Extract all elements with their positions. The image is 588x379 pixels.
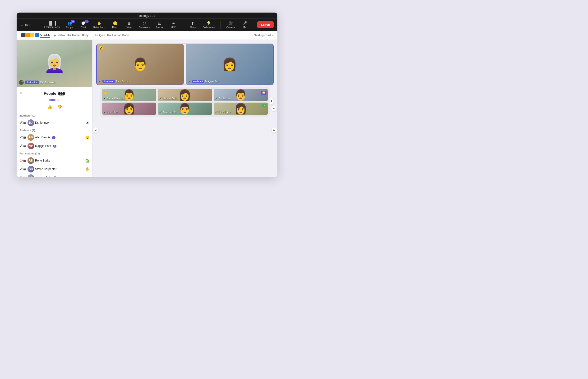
p-cam-icon: 📷 [23,121,27,124]
instructor-mic-icon: 🎤 [19,80,24,85]
tab-quiz[interactable]: ☑ Quiz: The Human Body [93,32,131,38]
p-message-badge: 2 [53,145,56,148]
participants-section-label: Participants (23) [19,152,89,155]
logo-squares-icon: ⬛🟧🟨🟦 [20,33,39,37]
p-cam-icon: 📷 [23,136,27,139]
stevie-label: 🎤 Stevie Carpenter [103,97,125,100]
nav-react[interactable]: 😊 React [109,20,121,30]
tab-video[interactable]: ▶ Video: The Human Body [52,32,91,38]
tim-rewind-badge: ⏪ [261,90,267,95]
p-mic-off-icon: 🚫 [19,159,23,162]
list-item: 🚫 📷 AS Antonio Soto 2 ••• [19,174,89,177]
stevie-name: Stevie Carpenter [107,97,125,100]
tab-quiz-label: Quiz: The Human Body [99,34,129,37]
vc-mic-icon: 🎤 [159,97,162,99]
main-content: 👩‍🦳 🎤 Instructor Dr. Johnson ✕ People 26… [17,40,277,177]
stevie-emoji: 🖐️ [103,90,108,95]
right-panel: ⬆⬇ 👨 😮 🎤 Assistant Alex Dennis [92,40,277,177]
raise-hand-label: Raise hand [93,26,105,29]
nav-more[interactable]: ••• More [168,20,180,29]
people-label: People [66,26,73,29]
nav-share[interactable]: ⬆ Share [186,20,199,30]
nav-view[interactable]: ⊞ View [123,20,135,30]
more-icon: ••• [171,21,175,25]
participant-name: Dr. Johnson [35,121,85,124]
lindsay-name: Lindsay Beck [163,97,177,100]
participant-name: Antonio Soto 2 [35,176,85,177]
share-icon: ⬆ [191,21,194,26]
nav-items: ▐▌▐ Learning Tools 👥 26 People 💬 17 Chat… [36,20,256,30]
p-mic-off-icon: 🚫 [19,176,23,177]
seating-chart-btn[interactable]: Seating chart ▾ [254,34,274,37]
nav-mic[interactable]: 🎤 Mic [238,20,251,30]
nav-bar: 🛡 15:37 ▐▌▐ Learning Tools 👥 26 People 💬… [17,19,277,31]
camera-icon: 🎥 [228,21,233,26]
p-mic-icon: 🎤 [19,121,23,124]
nav-people[interactable]: 👥 26 People [64,20,76,30]
p-speaking-icon: 🔊 [86,121,89,124]
close-panel-button[interactable]: ✕ [19,91,22,96]
react-icon: 😊 [113,21,118,26]
avatar: AD [28,134,34,141]
nav-learning-tools[interactable]: ▐▌▐ Learning Tools [42,20,62,29]
camera-label: Camera [226,26,235,29]
learning-tools-label: Learning Tools [44,26,60,29]
rene-label: 🎤 Rene Burke [215,111,231,113]
react-label: React [112,26,118,29]
chevron-down-icon: ▾ [272,34,274,37]
thumbs-down-reaction[interactable]: 👎 [57,104,62,110]
video-mic-icon: 🎤 [99,80,101,82]
p-check-status: ✅ [85,159,89,162]
participant-name: Rene Burke [35,159,84,162]
scroll-left-button[interactable]: ◀ [93,127,98,133]
nav-divider-2 [220,21,221,29]
nav-collaborate[interactable]: 💡 Collaborate [200,20,217,30]
share-label: Share [189,26,196,29]
assistant-video-grid: 👨 😮 🎤 Assistant Alex Dennis 👩 [92,40,277,87]
people-panel: ✕ People 26 Mute All 👍 👎 Instructor (1) … [17,87,92,177]
vc-mic-icon: 🎤 [215,97,218,99]
nav-proctor[interactable]: ☑ Proctor [153,20,166,30]
scroll-right-participants-button[interactable]: ▶ [272,127,277,133]
p-controls: 🎤 📷 [19,121,27,124]
p-options-icon[interactable]: ••• [86,176,89,177]
left-panel: 👩‍🦳 🎤 Instructor Dr. Johnson ✕ People 26… [17,40,92,177]
participant-name: Maggie Park 2 [35,144,89,148]
alex-name: Alex Dennis [116,80,130,83]
avatar: MP [28,142,34,149]
nav-divider-1 [183,21,183,29]
nav-camera[interactable]: 🎥 Camera [224,20,237,30]
proctor-label: Proctor [156,26,163,29]
list-item: 🎤 📷 AD Alex Dennis 3 😮 [19,133,89,142]
nav-raise-hand[interactable]: ✋ Raise hand [91,20,108,30]
video-card-maggie: 👩 🎤 Assistant Maggie Park [186,44,273,85]
more-label: More [171,26,176,29]
instructor-badge: 🎤 Instructor Dr. Johnson [19,80,55,85]
nav-chat[interactable]: 💬 17 Chat [77,20,90,30]
reaction-bar: 👍 👎 [19,104,89,112]
time-display: 15:37 [25,23,32,27]
jese-label: 🎤 Jese Chen [103,111,118,113]
participants-video-section: ◀ 👨 🖐️ 🎤 Stevie Carpenter [96,87,274,174]
p-mic-icon: 🎤 [19,167,23,171]
thumbs-up-reaction[interactable]: 👍 [47,104,52,110]
chart-icon: ▐▌▐ [48,21,56,25]
lindsay-label: 🎤 Lindsay Beck [159,97,177,100]
leave-button[interactable]: Leave [257,21,274,28]
seating-chart-label: Seating chart [254,34,271,37]
hand-icon: ✋ [97,21,102,26]
nav-breakouts[interactable]: ⬡ Breakouts [136,20,152,30]
people-title: People [44,92,56,96]
tim-name: Tim Laurent [218,97,231,100]
chat-label: Chat [81,26,86,29]
list-item: 🚫 📷 RB Rene Burke ✅ [19,156,89,165]
play-icon: ▶ [54,34,56,37]
participant-name: Alex Dennis 3 [35,136,84,139]
video-card-stevie: 👨 🖐️ 🎤 Stevie Carpenter [102,89,156,101]
mic-label: Mic [243,26,247,29]
vc-mic-icon: 🎤 [103,111,106,113]
mute-all-button[interactable]: Mute All [19,97,89,104]
vc-mic-icon: 🎤 [103,97,106,99]
p-cam-icon: 📷 [23,167,27,171]
view-label: View [127,26,132,29]
